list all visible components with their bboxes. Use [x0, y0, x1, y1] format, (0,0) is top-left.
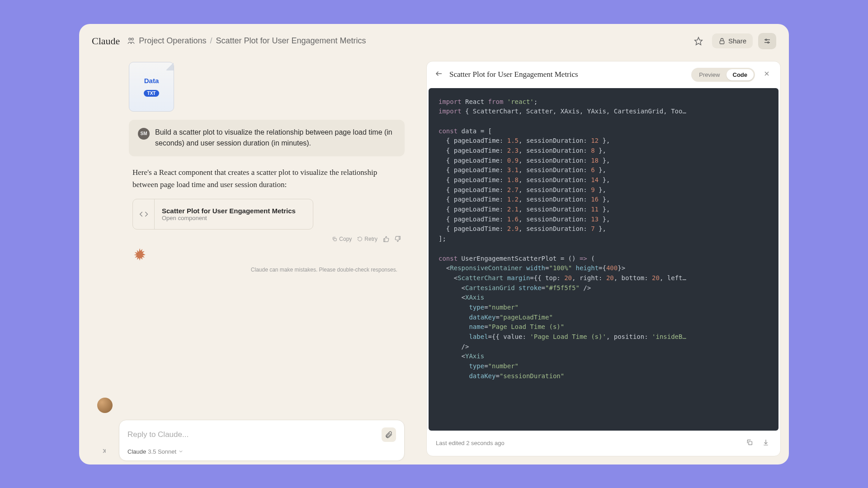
share-button[interactable]: Share — [712, 33, 753, 48]
thumbs-up-button[interactable] — [383, 236, 389, 242]
breadcrumb: Project Operations / Scatter Plot for Us… — [127, 36, 366, 46]
app-window: Claude Project Operations / Scatter Plot… — [79, 24, 789, 465]
model-selector[interactable]: Claude 3.5 Sonnet — [127, 448, 396, 455]
svg-rect-13 — [749, 441, 752, 445]
artifact-title: Scatter Plot for User Engagement Metrics — [162, 207, 296, 215]
star-button[interactable] — [690, 33, 707, 49]
copy-code-button[interactable] — [744, 437, 755, 450]
input-row: Reply to Claude... Claude 3.5 Sonnet — [97, 389, 405, 465]
svg-point-6 — [765, 39, 767, 40]
file-ext-badge: TXT — [144, 90, 160, 97]
toggle-code[interactable]: Code — [726, 69, 754, 80]
panel-title: Scatter Plot for User Engagement Metrics — [449, 70, 685, 79]
claude-starburst-icon — [132, 248, 147, 264]
disclaimer-text: Claude can make mistakes. Please double-… — [132, 267, 401, 273]
panel-footer: Last edited 2 seconds ago — [427, 431, 780, 456]
assistant-message-text: Here's a React component that creates a … — [132, 166, 401, 191]
breadcrumb-current: Scatter Plot for User Engagement Metrics — [216, 36, 366, 46]
breadcrumb-separator: / — [210, 36, 212, 46]
header: Claude Project Operations / Scatter Plot… — [79, 24, 789, 53]
copy-button[interactable]: Copy — [332, 236, 352, 242]
thumbs-down-button[interactable] — [395, 236, 401, 242]
view-toggle: Preview Code — [691, 68, 755, 82]
attach-button[interactable] — [382, 427, 396, 442]
project-icon — [127, 37, 135, 45]
collapse-sidebar-button[interactable] — [100, 447, 109, 456]
message-actions: Copy Retry — [132, 236, 401, 242]
svg-marker-2 — [695, 37, 703, 45]
file-attachment[interactable]: Data TXT — [129, 62, 174, 112]
assistant-message: Here's a React component that creates a … — [129, 164, 405, 275]
settings-button[interactable] — [758, 33, 776, 49]
chevron-down-icon — [178, 449, 184, 454]
svg-rect-8 — [334, 239, 337, 241]
user-message-text: Build a scatter plot to visualize the re… — [155, 127, 396, 150]
last-edited: Last edited 2 seconds ago — [436, 440, 739, 446]
file-name: Data — [144, 77, 159, 84]
input-placeholder: Reply to Claude... — [127, 430, 189, 439]
code-block[interactable]: import React from 'react'; import { Scat… — [429, 88, 778, 431]
main: Data TXT SM Build a scatter plot to visu… — [79, 53, 789, 465]
chat-messages: Data TXT SM Build a scatter plot to visu… — [129, 62, 405, 389]
artifact-card[interactable]: Scatter Plot for User Engagement Metrics… — [132, 199, 313, 230]
panel-back-button[interactable] — [435, 70, 443, 80]
download-button[interactable] — [760, 437, 771, 450]
user-avatar: SM — [138, 128, 150, 140]
toggle-preview[interactable]: Preview — [693, 69, 726, 80]
share-label: Share — [728, 37, 746, 45]
retry-button[interactable]: Retry — [357, 236, 377, 242]
chat-column: Data TXT SM Build a scatter plot to visu… — [79, 53, 405, 465]
svg-point-0 — [129, 38, 131, 40]
panel-header: Scatter Plot for User Engagement Metrics… — [427, 61, 780, 88]
artifact-panel: Scatter Plot for User Engagement Metrics… — [426, 61, 781, 456]
artifact-subtitle: Open component — [162, 215, 296, 221]
user-message: SM Build a scatter plot to visualize the… — [129, 120, 405, 157]
svg-point-7 — [768, 42, 769, 43]
svg-point-1 — [132, 38, 134, 40]
header-actions: Share — [690, 33, 776, 49]
panel-close-button[interactable] — [761, 68, 772, 81]
reply-input[interactable]: Reply to Claude... Claude 3.5 Sonnet — [119, 420, 405, 461]
code-icon — [133, 199, 155, 229]
breadcrumb-project[interactable]: Project Operations — [139, 36, 206, 46]
profile-avatar[interactable] — [97, 398, 113, 413]
logo[interactable]: Claude — [92, 35, 120, 47]
svg-rect-3 — [720, 41, 724, 44]
